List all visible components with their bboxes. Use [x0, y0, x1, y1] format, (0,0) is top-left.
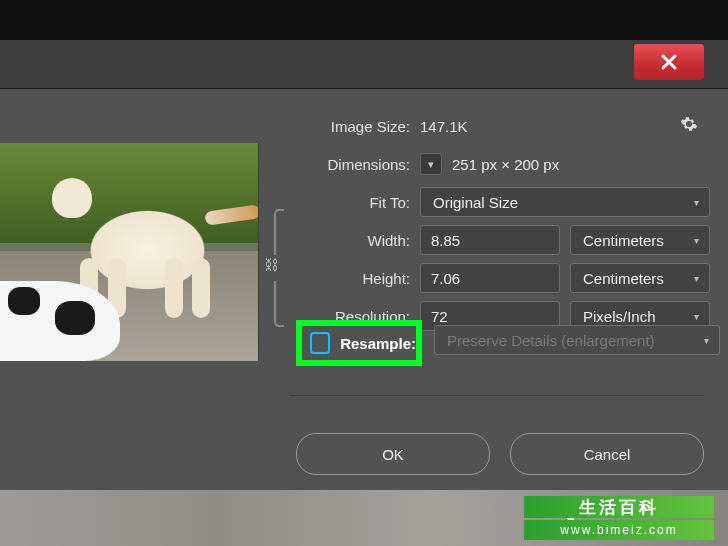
dialog-buttons: OK Cancel — [296, 433, 704, 473]
fit-to-select[interactable]: Original Size ▾ — [420, 187, 710, 217]
dimensions-label: Dimensions: — [280, 156, 420, 173]
chevron-down-icon: ▾ — [428, 158, 434, 171]
image-size-label: Image Size: — [280, 118, 420, 135]
height-input[interactable]: 7.06 — [420, 263, 560, 293]
form-area: Image Size: 147.1K Dimensions: ▾ 251 px … — [280, 107, 710, 335]
dimensions-value: 251 px × 200 px — [452, 156, 559, 173]
separator — [290, 395, 704, 396]
chevron-down-icon: ▾ — [704, 335, 709, 346]
ok-button[interactable]: OK — [296, 433, 490, 475]
window-close-button[interactable] — [634, 44, 704, 80]
watermark-url: www.bimeiz.com — [524, 520, 714, 540]
image-size-value: 147.1K — [420, 118, 468, 135]
link-icon: ⛓ — [264, 256, 279, 273]
width-unit-select[interactable]: Centimeters ▾ — [570, 225, 710, 255]
image-preview — [0, 143, 259, 361]
chevron-down-icon: ▾ — [694, 273, 699, 284]
resample-highlight: Resample: — [296, 320, 422, 366]
height-unit-select[interactable]: Centimeters ▾ — [570, 263, 710, 293]
watermark: 生活百科 www.bimeiz.com — [524, 496, 714, 540]
chevron-down-icon: ▾ — [694, 235, 699, 246]
dimensions-unit-toggle[interactable]: ▾ — [420, 153, 442, 175]
resample-method-select: Preserve Details (enlargement) ▾ — [434, 325, 720, 355]
width-label: Width: — [280, 232, 420, 249]
screen: ⛓ Image Size: 147.1K Dimensions: ▾ 251 p… — [0, 0, 728, 546]
width-input[interactable]: 8.85 — [420, 225, 560, 255]
fit-to-label: Fit To: — [280, 194, 420, 211]
watermark-title: 生活百科 — [524, 496, 714, 518]
image-size-dialog: ⛓ Image Size: 147.1K Dimensions: ▾ 251 p… — [0, 88, 728, 491]
app-topbar — [0, 0, 728, 40]
cancel-button[interactable]: Cancel — [510, 433, 704, 475]
close-icon — [660, 53, 678, 71]
resample-label: Resample: — [340, 335, 416, 352]
chevron-down-icon: ▾ — [694, 197, 699, 208]
resample-checkbox[interactable] — [310, 332, 330, 354]
chevron-down-icon: ▾ — [694, 311, 699, 322]
height-label: Height: — [280, 270, 420, 287]
fit-to-value: Original Size — [433, 194, 518, 211]
